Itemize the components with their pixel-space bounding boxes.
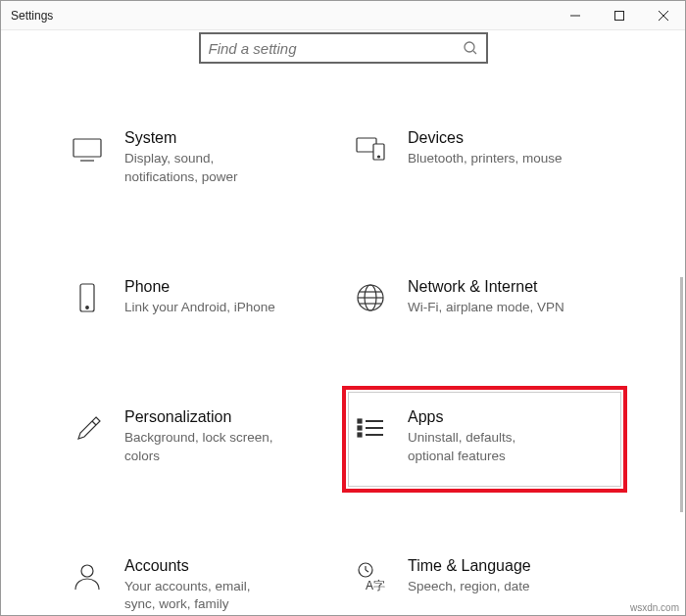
window-title: Settings bbox=[1, 9, 553, 23]
svg-point-25 bbox=[81, 565, 93, 577]
tile-accounts[interactable]: Accounts Your accounts, email, sync, wor… bbox=[65, 541, 338, 616]
svg-rect-19 bbox=[358, 419, 362, 423]
tile-apps[interactable]: Apps Uninstall, defaults, optional featu… bbox=[348, 392, 621, 487]
brush-icon bbox=[68, 408, 107, 448]
titlebar: Settings bbox=[1, 1, 685, 30]
display-icon bbox=[68, 129, 107, 168]
tile-time-language[interactable]: A字 Time & Language Speech, region, date bbox=[348, 541, 621, 616]
tile-system[interactable]: System Display, sound, notifications, po… bbox=[65, 113, 338, 208]
devices-icon bbox=[351, 129, 390, 168]
person-icon bbox=[68, 557, 107, 596]
tile-desc: Your accounts, email, sync, work, family bbox=[124, 578, 281, 615]
svg-rect-1 bbox=[614, 11, 623, 20]
tile-desc: Wi-Fi, airplane mode, VPN bbox=[408, 299, 564, 317]
tile-title: Personalization bbox=[124, 408, 281, 426]
svg-point-4 bbox=[465, 42, 474, 52]
search-container bbox=[11, 32, 675, 64]
svg-line-5 bbox=[473, 51, 476, 54]
tile-desc: Bluetooth, printers, mouse bbox=[408, 150, 563, 168]
tile-desc: Link your Android, iPhone bbox=[124, 299, 275, 317]
content-area: System Display, sound, notifications, po… bbox=[1, 32, 685, 616]
tile-desc: Background, lock screen, colors bbox=[124, 429, 281, 466]
search-box[interactable] bbox=[199, 32, 488, 64]
phone-icon bbox=[68, 278, 107, 317]
svg-point-12 bbox=[86, 306, 89, 308]
globe-icon bbox=[351, 278, 390, 317]
tile-title: Accounts bbox=[124, 557, 281, 575]
tile-devices[interactable]: Devices Bluetooth, printers, mouse bbox=[348, 113, 621, 208]
svg-text:A字: A字 bbox=[366, 579, 385, 592]
minimize-button[interactable] bbox=[553, 1, 597, 30]
svg-rect-6 bbox=[74, 139, 101, 157]
tile-desc: Display, sound, notifications, power bbox=[124, 150, 281, 187]
tile-network[interactable]: Network & Internet Wi-Fi, airplane mode,… bbox=[348, 261, 621, 338]
svg-point-10 bbox=[378, 156, 380, 158]
settings-grid: System Display, sound, notifications, po… bbox=[11, 113, 675, 616]
search-icon bbox=[455, 40, 486, 56]
tile-personalization[interactable]: Personalization Background, lock screen,… bbox=[65, 392, 338, 487]
tile-title: Apps bbox=[408, 408, 564, 426]
tile-desc: Speech, region, date bbox=[408, 578, 531, 596]
tile-title: Devices bbox=[408, 129, 563, 147]
close-button[interactable] bbox=[641, 1, 685, 30]
list-icon bbox=[351, 408, 390, 448]
tile-title: Phone bbox=[124, 278, 275, 296]
svg-line-28 bbox=[366, 570, 368, 572]
maximize-button[interactable] bbox=[597, 1, 641, 30]
scrollbar[interactable] bbox=[680, 277, 683, 512]
tile-title: Time & Language bbox=[408, 557, 531, 575]
tile-title: Network & Internet bbox=[408, 278, 564, 296]
search-input[interactable] bbox=[201, 40, 455, 57]
svg-rect-23 bbox=[358, 433, 362, 437]
tile-phone[interactable]: Phone Link your Android, iPhone bbox=[65, 261, 338, 338]
svg-rect-21 bbox=[358, 426, 362, 430]
tile-desc: Uninstall, defaults, optional features bbox=[408, 429, 564, 466]
svg-line-18 bbox=[92, 421, 96, 425]
watermark: wsxdn.com bbox=[630, 602, 679, 613]
tile-title: System bbox=[124, 129, 281, 147]
time-language-icon: A字 bbox=[351, 557, 390, 596]
highlight-apps: Apps Uninstall, defaults, optional featu… bbox=[342, 386, 627, 493]
